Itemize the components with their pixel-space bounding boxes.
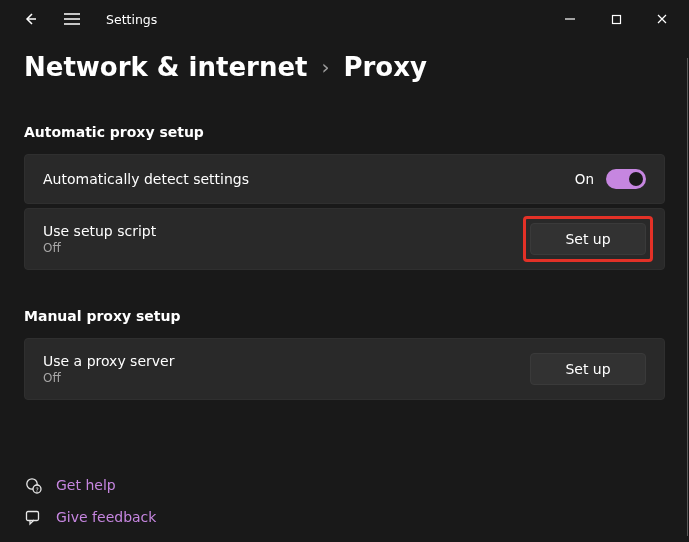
minimize-icon	[564, 13, 576, 25]
content-area: Automatic proxy setup Automatically dete…	[0, 88, 689, 400]
help-icon: ?	[24, 476, 42, 494]
menu-button[interactable]	[52, 1, 92, 37]
setup-script-sub: Off	[43, 241, 530, 255]
breadcrumb-current: Proxy	[343, 52, 426, 82]
auto-detect-toggle[interactable]	[606, 169, 646, 189]
proxy-server-card: Use a proxy server Off Set up	[24, 338, 665, 400]
breadcrumb-parent[interactable]: Network & internet	[24, 52, 307, 82]
give-feedback-link[interactable]: Give feedback	[24, 508, 156, 526]
svg-text:?: ?	[35, 485, 38, 492]
breadcrumb: Network & internet › Proxy	[0, 38, 689, 88]
auto-detect-label: Automatically detect settings	[43, 171, 575, 187]
toggle-knob	[629, 172, 643, 186]
setup-script-button[interactable]: Set up	[530, 223, 646, 255]
maximize-button[interactable]	[593, 3, 639, 35]
auto-proxy-heading: Automatic proxy setup	[24, 124, 665, 140]
chevron-right-icon: ›	[321, 55, 329, 79]
get-help-label: Get help	[56, 477, 116, 493]
get-help-link[interactable]: ? Get help	[24, 476, 156, 494]
auto-detect-state: On	[575, 171, 594, 187]
scrollbar-track[interactable]	[687, 58, 688, 536]
app-title: Settings	[106, 12, 157, 27]
manual-proxy-heading: Manual proxy setup	[24, 308, 665, 324]
give-feedback-label: Give feedback	[56, 509, 156, 525]
proxy-server-sub: Off	[43, 371, 530, 385]
annotation-highlight: Set up	[523, 216, 653, 262]
close-button[interactable]	[639, 3, 685, 35]
titlebar: Settings	[0, 0, 689, 38]
setup-script-label: Use setup script	[43, 223, 530, 239]
close-icon	[656, 13, 668, 25]
back-button[interactable]	[12, 1, 48, 37]
svg-rect-4	[26, 511, 38, 520]
svg-rect-0	[612, 15, 620, 23]
hamburger-icon	[63, 12, 81, 26]
setup-script-card: Use setup script Off Set up	[24, 208, 665, 270]
maximize-icon	[611, 14, 622, 25]
minimize-button[interactable]	[547, 3, 593, 35]
proxy-server-label: Use a proxy server	[43, 353, 530, 369]
footer-links: ? Get help Give feedback	[24, 476, 156, 526]
window-controls	[547, 3, 685, 35]
feedback-icon	[24, 508, 42, 526]
proxy-server-button[interactable]: Set up	[530, 353, 646, 385]
arrow-left-icon	[22, 11, 38, 27]
auto-detect-card: Automatically detect settings On	[24, 154, 665, 204]
